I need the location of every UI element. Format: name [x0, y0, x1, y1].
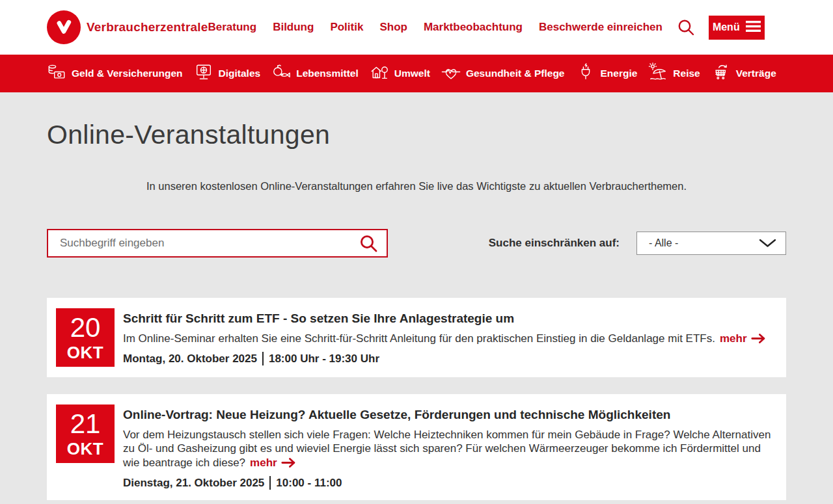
arrow-right-icon: [751, 333, 767, 344]
event-datetime: Montag, 20. Oktober 2025 18:00 Uhr - 19:…: [123, 352, 772, 365]
category-item-geld-versicherungen[interactable]: Geld & Versicherungen: [47, 62, 183, 85]
event-card: 20 OKT Schritt für Schritt zum ETF - So …: [47, 298, 786, 377]
main-nav: Beratung Bildung Politik Shop Marktbeoba…: [208, 21, 662, 34]
nav-item-bildung[interactable]: Bildung: [273, 21, 314, 34]
category-item-digitales[interactable]: Digitales: [194, 62, 261, 85]
nav-item-marktbeobachtung[interactable]: Marktbeobachtung: [424, 21, 523, 34]
category-item-energie[interactable]: Energie: [576, 62, 638, 85]
event-time: 10:00 - 11:00: [276, 477, 342, 490]
event-list: 20 OKT Schritt für Schritt zum ETF - So …: [47, 298, 786, 500]
event-datetime: Dienstag, 21. Oktober 2025 10:00 - 11:00: [123, 476, 772, 490]
event-description: Im Online-Seminar erhalten Sie eine Schr…: [123, 332, 772, 346]
more-link-label: mehr: [720, 332, 747, 345]
badge-day: 21: [70, 410, 101, 438]
event-content: Online-Vortrag: Neue Heizung? Aktuelle G…: [123, 405, 772, 490]
more-link[interactable]: mehr: [720, 332, 767, 345]
money-icon: [47, 62, 66, 85]
house-tree-icon: [370, 62, 389, 85]
plug-icon: [576, 62, 595, 85]
filter-label: Suche einschränken auf:: [489, 237, 620, 250]
hamburger-icon: [746, 21, 761, 34]
date-badge: 21 OKT: [56, 405, 115, 463]
shopping-cart-icon: [711, 62, 731, 85]
apple-fish-icon: [271, 62, 291, 85]
nav-item-politik[interactable]: Politik: [330, 21, 363, 34]
search-submit-icon[interactable]: [359, 234, 387, 253]
category-item-gesundheit-pflege[interactable]: Gesundheit & Pflege: [441, 62, 565, 85]
separator: [262, 352, 264, 365]
event-title[interactable]: Schritt für Schritt zum ETF - So setzen …: [123, 312, 772, 326]
filter-select[interactable]: - Alle -: [636, 232, 786, 255]
menu-button[interactable]: Menü: [709, 16, 765, 40]
category-label: Energie: [601, 68, 638, 79]
event-title[interactable]: Online-Vortrag: Neue Heizung? Aktuelle G…: [123, 408, 772, 423]
event-date: Montag, 20. Oktober 2025: [123, 352, 257, 365]
category-label: Umwelt: [394, 68, 430, 79]
separator: [269, 476, 271, 490]
site-header: Verbraucherzentrale Beratung Bildung Pol…: [0, 0, 833, 55]
nav-item-shop[interactable]: Shop: [379, 21, 407, 34]
badge-month: OKT: [67, 440, 103, 457]
search-input[interactable]: [48, 230, 359, 256]
search-row: Suche einschränken auf: - Alle -: [47, 229, 786, 258]
category-item-lebensmittel[interactable]: Lebensmittel: [271, 62, 359, 85]
event-date: Dienstag, 21. Oktober 2025: [123, 477, 264, 490]
logo-v-icon: [47, 10, 81, 44]
category-label: Geld & Versicherungen: [72, 68, 183, 79]
menu-button-label: Menü: [713, 21, 740, 33]
category-bar: Geld & Versicherungen Digitales Lebensmi…: [0, 55, 833, 92]
search-icon[interactable]: [677, 18, 695, 36]
chevron-down-icon: [759, 239, 776, 248]
intro-text: In unseren kostenlosen Online-Veranstalt…: [47, 180, 786, 192]
nav-item-beschwerde-einreichen[interactable]: Beschwerde einreichen: [539, 21, 662, 34]
more-link[interactable]: mehr: [250, 457, 297, 469]
monitor-globe-icon: [194, 62, 213, 85]
event-description: Vor dem Heizungstausch stellen sich viel…: [123, 428, 772, 470]
beach-umbrella-icon: [648, 62, 668, 85]
badge-day: 20: [70, 314, 101, 341]
event-description-text: Im Online-Seminar erhalten Sie eine Schr…: [123, 332, 715, 345]
main-content: Online-Veranstaltungen In unseren kosten…: [0, 120, 833, 500]
event-content: Schritt für Schritt zum ETF - So setzen …: [123, 308, 772, 367]
arrow-right-icon: [281, 457, 297, 468]
event-time: 18:00 Uhr - 19:30 Uhr: [269, 352, 379, 365]
category-label: Verträge: [736, 68, 776, 79]
filter-selected-value: - Alle -: [649, 237, 678, 249]
filter-group: Suche einschränken auf: - Alle -: [489, 232, 786, 255]
category-label: Gesundheit & Pflege: [466, 68, 565, 79]
category-label: Reise: [673, 68, 700, 79]
event-card: 21 OKT Online-Vortrag: Neue Heizung? Akt…: [47, 394, 786, 500]
badge-month: OKT: [67, 344, 103, 361]
category-label: Digitales: [219, 68, 261, 79]
event-description-text: Vor dem Heizungstausch stellen sich viel…: [123, 429, 771, 469]
page-title: Online-Veranstaltungen: [47, 120, 786, 150]
category-label: Lebensmittel: [296, 68, 359, 79]
brand-name: Verbraucherzentrale: [87, 20, 208, 34]
category-item-umwelt[interactable]: Umwelt: [370, 62, 430, 85]
category-item-reise[interactable]: Reise: [648, 62, 700, 85]
logo[interactable]: Verbraucherzentrale: [47, 10, 208, 44]
search-field: [47, 229, 388, 258]
category-item-vertraege[interactable]: Verträge: [711, 62, 776, 85]
more-link-label: mehr: [250, 457, 277, 469]
date-badge: 20 OKT: [56, 308, 115, 367]
nav-item-beratung[interactable]: Beratung: [208, 21, 257, 34]
heart-pulse-icon: [441, 62, 461, 85]
